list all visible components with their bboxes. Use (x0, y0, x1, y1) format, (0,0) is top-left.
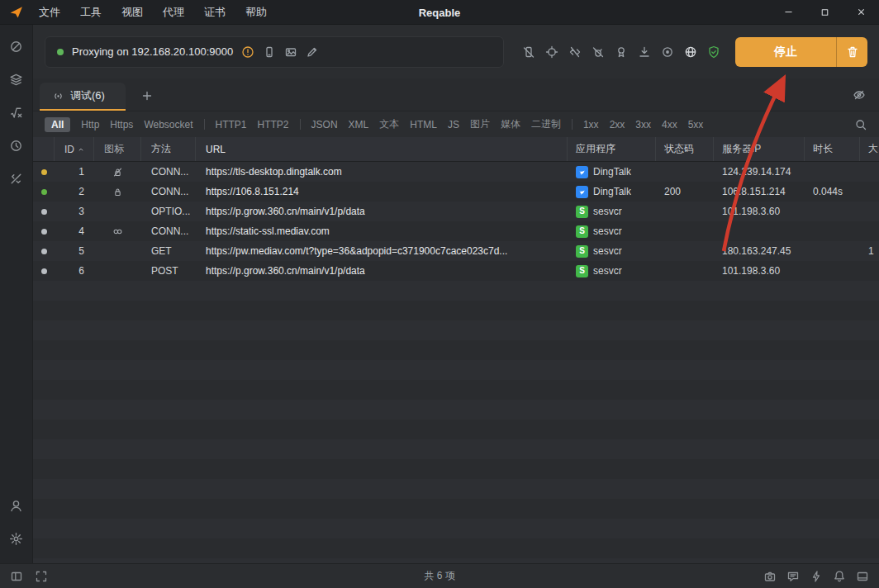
clear-sessions-icon[interactable] (836, 37, 867, 67)
header-method[interactable]: 方法 (141, 137, 196, 161)
functions-icon[interactable] (3, 99, 30, 126)
header-duration[interactable]: 时长 (805, 137, 860, 161)
table-row[interactable]: 3 OPTIO... https://p.grow.360.cn/main/v1… (33, 202, 879, 221)
download-icon[interactable] (638, 45, 651, 59)
menu-file[interactable]: 文件 (29, 0, 70, 25)
minimize-button[interactable] (770, 0, 806, 25)
menu-certificate[interactable]: 证书 (194, 0, 235, 25)
filter-html[interactable]: HTML (410, 119, 437, 130)
panel-toggle-icon[interactable] (10, 570, 23, 583)
menu-help[interactable]: 帮助 (235, 0, 277, 25)
table-row[interactable]: 2 CONN... https://106.8.151.214 DingTalk… (33, 182, 879, 202)
menu-view[interactable]: 视图 (112, 0, 153, 25)
cell-url: https://p.grow.360.cn/main/v1/p/data (196, 206, 568, 217)
filter-http[interactable]: Http (81, 119, 99, 130)
table-row[interactable]: 1 CONN... https://tls-desktop.dingtalk.c… (33, 162, 879, 182)
cell-method: POST (141, 265, 196, 277)
filter-websocket[interactable]: Websocket (144, 119, 192, 130)
filter-5xx[interactable]: 5xx (688, 119, 704, 130)
table-row[interactable]: 5 GET https://pw.mediav.com/t?type=36&ad… (33, 241, 879, 261)
statusbar: 共 6 项 (0, 563, 879, 588)
shield-icon[interactable] (707, 45, 720, 59)
script-off-icon[interactable] (568, 45, 582, 59)
filter-all[interactable]: All (45, 117, 70, 132)
bell-icon[interactable] (833, 570, 846, 583)
filter-json[interactable]: JSON (311, 119, 338, 130)
debug-icon[interactable] (3, 33, 30, 59)
filter-binary[interactable]: 二进制 (531, 117, 561, 131)
target-icon[interactable] (545, 45, 558, 59)
edit-icon[interactable] (306, 45, 319, 59)
search-icon[interactable] (854, 118, 867, 131)
header-dot[interactable] (33, 137, 55, 161)
warning-icon[interactable] (241, 45, 254, 59)
record-icon[interactable] (661, 45, 674, 59)
collections-icon[interactable] (3, 66, 30, 92)
toolbox-icon[interactable] (3, 165, 30, 192)
dingtalk-icon (576, 166, 588, 178)
device-off-icon[interactable] (522, 45, 535, 59)
filter-http1[interactable]: HTTP1 (216, 119, 247, 130)
certificate-icon[interactable] (615, 45, 628, 59)
menu-tools[interactable]: 工具 (70, 0, 112, 25)
snapshot-icon[interactable] (763, 570, 777, 583)
filter-media[interactable]: 媒体 (501, 117, 520, 131)
cell-url: https://p.grow.360.cn/main/v1/p/data (196, 265, 568, 277)
header-icon[interactable]: 图标 (94, 137, 141, 161)
header-server-ip[interactable]: 服务器IP (714, 137, 805, 161)
status-dot (41, 189, 47, 195)
filter-4xx[interactable]: 4xx (662, 119, 677, 130)
header-id[interactable]: ID (55, 137, 94, 161)
tab-debug[interactable]: 调试(6) (40, 83, 126, 111)
header-size[interactable]: 大 (860, 137, 879, 161)
globe-icon[interactable] (684, 45, 697, 59)
fullscreen-icon[interactable] (35, 570, 48, 583)
hide-preview-icon[interactable] (853, 88, 866, 102)
filter-http2[interactable]: HTTP2 (258, 119, 289, 130)
toolbar-icons (522, 45, 720, 59)
settings-icon[interactable] (3, 525, 30, 552)
cell-app-name: sesvcr (593, 225, 622, 237)
filter-divider (300, 119, 301, 130)
filter-js[interactable]: JS (448, 119, 459, 130)
dock-bottom-icon[interactable] (856, 570, 869, 583)
cell-method: GET (141, 245, 196, 257)
broadcast-icon (53, 91, 64, 102)
smartphone-icon[interactable] (263, 45, 276, 59)
table-row[interactable]: 4 CONN... https://static-ssl.mediav.com … (33, 221, 879, 241)
menu-proxy[interactable]: 代理 (153, 0, 194, 25)
cell-id: 3 (55, 206, 94, 217)
add-tab-button[interactable] (135, 84, 159, 107)
sesvcr-icon: S (576, 265, 588, 277)
sort-asc-icon (77, 145, 85, 154)
filter-text[interactable]: 文本 (379, 117, 399, 131)
filter-3xx[interactable]: 3xx (635, 119, 651, 130)
filter-image[interactable]: 图片 (470, 117, 490, 131)
filter-2xx[interactable]: 2xx (610, 119, 625, 130)
bolt-icon[interactable] (810, 570, 823, 583)
filter-https[interactable]: Https (110, 119, 133, 130)
table-row[interactable]: 6 POST https://p.grow.360.cn/main/v1/p/d… (33, 261, 879, 281)
header-app[interactable]: 应用程序 (568, 137, 656, 161)
bug-off-icon[interactable] (592, 45, 605, 59)
feedback-icon[interactable] (786, 570, 800, 583)
cell-id: 6 (55, 265, 94, 277)
stop-proxy-button[interactable]: 停止 (735, 37, 867, 67)
reqable-window: 文件 工具 视图 代理 证书 帮助 Reqable (0, 0, 879, 588)
header-status[interactable]: 状态码 (656, 137, 714, 161)
close-button[interactable] (843, 0, 879, 25)
filter-1xx[interactable]: 1xx (583, 119, 599, 130)
header-url[interactable]: URL (196, 137, 568, 161)
cell-duration: 0.044s (805, 186, 860, 197)
filter-divider (572, 119, 573, 130)
sesvcr-icon: S (576, 225, 588, 238)
image-icon[interactable] (284, 45, 297, 59)
account-icon[interactable] (3, 492, 30, 519)
filter-xml[interactable]: XML (349, 119, 369, 130)
history-icon[interactable] (3, 132, 30, 159)
stop-button-label[interactable]: 停止 (735, 37, 836, 67)
cell-id: 2 (55, 186, 94, 197)
cell-app-name: DingTalk (593, 166, 631, 178)
maximize-button[interactable] (806, 0, 843, 25)
proxy-status-box[interactable]: Proxying on 192.168.20.100:9000 (45, 36, 504, 68)
